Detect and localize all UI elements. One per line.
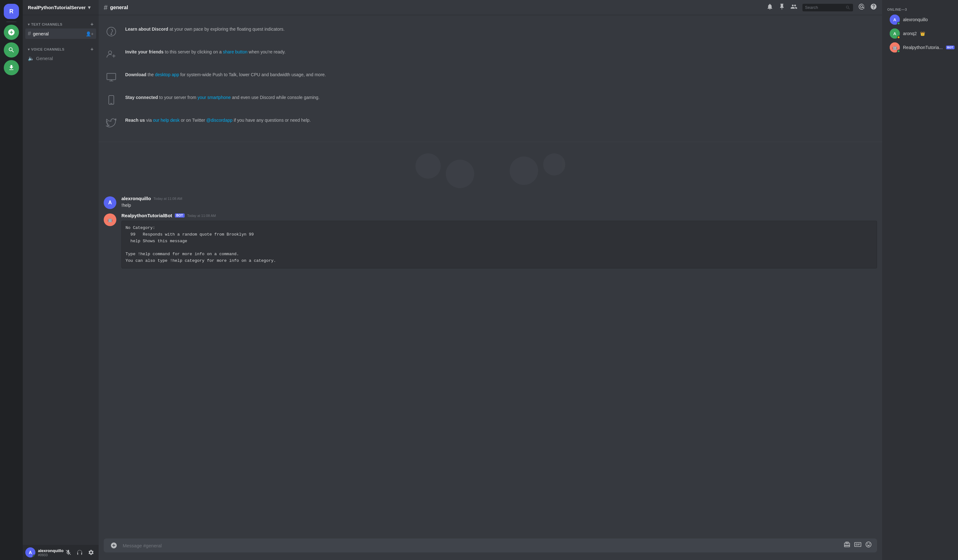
main-content: # general Search — [98, 0, 882, 560]
member-status-bot — [897, 50, 900, 53]
ghost-avatar-4 — [543, 153, 565, 176]
message-header-1: alexronquillo Today at 11:08 AM — [121, 196, 877, 201]
server-name: RealPythonTutorialServer — [28, 5, 86, 10]
user-avatar: A — [25, 547, 35, 557]
gift-icon[interactable] — [844, 541, 850, 550]
server-list: R — [0, 0, 23, 560]
message-author-2: RealpythonTutorialBot — [121, 213, 172, 218]
ghost-avatar-2 — [446, 160, 474, 188]
channel-header-label: # general — [104, 3, 128, 12]
channel-hash-icon: # — [104, 3, 108, 12]
add-text-channel-icon[interactable]: + — [90, 22, 94, 27]
tip-invite-icon — [104, 47, 119, 62]
message-code-block: No Category: 99 Responds with a random q… — [121, 221, 877, 268]
member-item-bot[interactable]: 🤖 RealpythonTutoria... BOT — [885, 40, 955, 54]
tip-mobile-text: Stay connected to your server from your … — [125, 92, 320, 101]
tip-mobile: Stay connected to your server from your … — [104, 89, 877, 111]
channel-name-general: general — [33, 31, 84, 36]
tip-invite-text: Invite your friends to this server by cl… — [125, 47, 285, 56]
at-icon[interactable] — [858, 3, 865, 12]
search-placeholder: Search — [805, 5, 818, 10]
members-list: ONLINE—3 A alexronquillo A aronq2 👑 🤖 Re… — [882, 0, 958, 560]
pin-icon[interactable] — [779, 3, 785, 12]
attach-file-button[interactable] — [109, 538, 119, 552]
tip-desktop-icon — [104, 70, 119, 85]
tip-learn: Learn about Discord at your own pace by … — [104, 20, 877, 43]
mute-button[interactable] — [63, 547, 73, 557]
tip-twitter-icon — [104, 115, 119, 130]
tips-section: Learn about Discord at your own pace by … — [98, 20, 882, 142]
collapse-text-icon: ▾ — [28, 22, 30, 27]
user-name: alexronquillo — [38, 548, 61, 553]
explore-servers-button[interactable] — [4, 42, 19, 57]
member-name-aronq2: aronq2 — [903, 31, 917, 36]
user-panel: A alexronquillo #0933 — [23, 545, 98, 560]
tip-quest-icon — [104, 24, 119, 39]
add-member-channel-icon[interactable]: 👤+ — [86, 31, 94, 36]
crown-icon: 👑 — [920, 31, 925, 36]
voice-channels-section: ▾ VOICE CHANNELS + 🔈 General — [23, 40, 98, 65]
tip-twitter-text: Reach us via our help desk or on Twitter… — [125, 115, 311, 124]
server-divider — [6, 22, 16, 22]
message-avatar-alexronquillo: A — [104, 197, 116, 209]
search-box[interactable]: Search — [803, 4, 853, 11]
message-input-field[interactable] — [123, 539, 840, 552]
voice-channel-icon: 🔈 — [28, 56, 34, 61]
message-timestamp-2: Today at 11:08 AM — [187, 214, 216, 217]
member-name-alexronquillo: alexronquillo — [903, 17, 928, 22]
message-group-1: A alexronquillo Today at 11:08 AM !help — [98, 195, 882, 210]
bot-badge: BOT — [175, 213, 185, 217]
notification-icon[interactable] — [766, 3, 773, 12]
tip-download-text: Download the desktop app for system-wide… — [125, 70, 326, 78]
tip-mobile-icon — [104, 92, 119, 108]
download-button[interactable] — [4, 60, 19, 75]
channel-item-general[interactable]: # general 👤+ — [25, 29, 96, 39]
message-input-icons — [844, 541, 872, 550]
voice-channel-name: General — [36, 56, 94, 61]
message-author-1: alexronquillo — [121, 196, 151, 201]
member-item-alexronquillo[interactable]: A alexronquillo — [885, 13, 955, 27]
server-dropdown-icon: ▼ — [87, 5, 92, 10]
user-discriminator: #0933 — [38, 553, 61, 557]
voice-channels-category[interactable]: ▾ VOICE CHANNELS + — [25, 45, 96, 54]
text-channel-icon: # — [28, 30, 31, 37]
deafen-button[interactable] — [75, 547, 85, 557]
members-icon[interactable] — [790, 3, 798, 12]
help-icon[interactable] — [870, 3, 877, 12]
member-bot-badge: BOT — [946, 46, 955, 49]
tip-invite: Invite your friends to this server by cl… — [104, 43, 877, 66]
message-group-2: 🤖 RealpythonTutorialBot BOT Today at 11:… — [98, 211, 882, 270]
members-online-label: ONLINE—3 — [882, 5, 958, 13]
message-input-box — [104, 538, 877, 552]
server-icon-r[interactable]: R — [4, 4, 19, 19]
emoji-icon[interactable] — [865, 541, 872, 550]
server-header[interactable]: RealPythonTutorialServer ▼ — [23, 0, 98, 15]
voice-channel-general[interactable]: 🔈 General — [25, 54, 96, 63]
user-info: alexronquillo #0933 — [38, 548, 61, 557]
text-channels-category[interactable]: ▾ TEXT CHANNELS + — [25, 20, 96, 29]
gif-icon[interactable] — [854, 541, 861, 550]
user-panel-icons — [63, 547, 96, 557]
message-header-2: RealpythonTutorialBot BOT Today at 11:08… — [121, 213, 877, 218]
member-avatar-bot: 🤖 — [890, 42, 900, 52]
svg-rect-9 — [109, 95, 114, 104]
tip-learn-text: Learn about Discord at your own pace by … — [125, 24, 285, 33]
tip-download: Download the desktop app for system-wide… — [104, 66, 877, 89]
add-server-button[interactable] — [4, 25, 19, 40]
chat-header: # general Search — [98, 0, 882, 15]
message-input-container — [98, 538, 882, 560]
text-channels-section: ▾ TEXT CHANNELS + # general 👤+ — [23, 15, 98, 40]
add-voice-channel-icon[interactable]: + — [90, 46, 94, 52]
message-avatar-bot: 🤖 — [104, 213, 116, 226]
member-name-bot: RealpythonTutoria... — [903, 45, 943, 50]
voice-channels-label: VOICE CHANNELS — [31, 48, 65, 51]
settings-button[interactable] — [86, 547, 96, 557]
member-item-aronq2[interactable]: A aronq2 👑 — [885, 27, 955, 40]
svg-point-2 — [111, 34, 112, 35]
server-initial: R — [10, 8, 14, 15]
collapse-voice-icon: ▾ — [28, 48, 30, 52]
text-channels-label: TEXT CHANNELS — [31, 22, 63, 26]
message-timestamp-1: Today at 11:08 AM — [153, 197, 182, 200]
member-avatar-aronq2: A — [890, 29, 900, 38]
member-status-alexronquillo — [897, 22, 900, 25]
